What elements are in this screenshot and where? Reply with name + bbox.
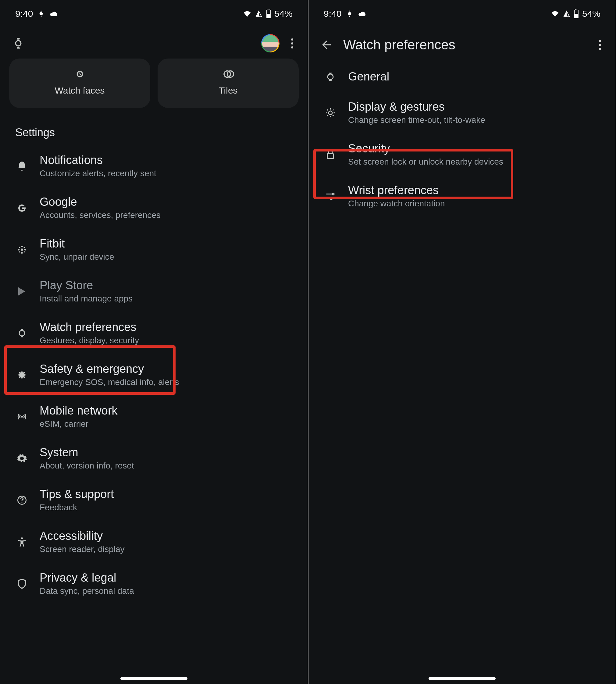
help-icon [17, 495, 27, 506]
wifi-icon [243, 9, 252, 18]
nav-handle[interactable] [120, 677, 188, 680]
cloud-icon [358, 9, 367, 18]
antenna-icon [17, 411, 27, 422]
overflow-menu-icon[interactable] [596, 38, 603, 52]
watch-icon [17, 328, 27, 339]
item-title: Tips & support [40, 488, 114, 501]
signal-icon [563, 10, 571, 18]
item-privacy[interactable]: Privacy & legalData sync, personal data [0, 563, 308, 604]
nav-handle[interactable] [428, 677, 496, 680]
google-icon [17, 202, 27, 213]
svg-point-15 [22, 502, 23, 503]
item-sub: Emergency SOS, medical info, alerts [40, 377, 179, 387]
shield-icon [17, 578, 27, 589]
tiles-icon [222, 68, 235, 81]
svg-point-19 [329, 111, 332, 115]
settings-list: NotificationsCustomize alerts, recently … [0, 145, 308, 604]
item-sub: Customize alerts, recently sent [40, 169, 156, 178]
item-title: Mobile network [40, 404, 118, 417]
item-sub: eSIM, carrier [40, 419, 118, 429]
clock: 9:40 [324, 8, 342, 19]
item-title: Display & gestures [348, 100, 485, 113]
item-title: System [40, 446, 134, 459]
phone-right: 9:40 54% Watch preferences General Displ… [308, 0, 616, 684]
battery-percent: 54% [582, 8, 600, 19]
item-title: Wrist preferences [348, 184, 445, 197]
svg-point-22 [330, 198, 332, 199]
svg-rect-0 [267, 14, 271, 18]
item-sub: Screen reader, display [40, 545, 125, 554]
bell-icon [17, 161, 27, 172]
app-header [0, 25, 308, 59]
item-title: Play Store [40, 279, 133, 292]
lock-icon [325, 149, 336, 160]
signal-icon [255, 10, 263, 18]
watch-app-icon [12, 37, 25, 50]
phone-left: 9:40 54% Watch faces Tiles Settings [0, 0, 308, 684]
svg-point-3 [21, 248, 23, 251]
svg-rect-17 [575, 14, 578, 18]
page-header: Watch preferences [308, 25, 616, 62]
item-play-store[interactable]: Play StoreInstall and manage apps [0, 270, 308, 312]
item-sub: Set screen lock or unlock nearby devices [348, 157, 503, 167]
overflow-menu-icon[interactable] [289, 36, 296, 51]
item-tips[interactable]: Tips & supportFeedback [0, 479, 308, 521]
item-accessibility[interactable]: AccessibilityScreen reader, display [0, 521, 308, 563]
prefs-list: General Display & gesturesChange screen … [308, 62, 616, 217]
svg-point-21 [332, 193, 334, 195]
svg-point-6 [18, 249, 20, 250]
item-sub: Feedback [40, 503, 114, 512]
battery-icon [266, 9, 271, 18]
item-general[interactable]: General [308, 62, 616, 92]
item-title: Accessibility [40, 529, 125, 543]
watch-face-icon [73, 68, 86, 81]
item-sub: Accounts, services, preferences [40, 210, 161, 220]
accessibility-icon [17, 536, 27, 548]
arrow-left-icon [320, 38, 333, 51]
avatar[interactable] [261, 34, 280, 52]
item-mobile-network[interactable]: Mobile networkeSIM, carrier [0, 396, 308, 437]
svg-point-4 [21, 245, 23, 247]
item-fitbit[interactable]: FitbitSync, unpair device [0, 228, 308, 270]
item-safety[interactable]: Safety & emergencyEmergency SOS, medical… [0, 354, 308, 396]
brightness-icon [325, 107, 336, 118]
item-sub: Install and manage apps [40, 294, 133, 304]
item-wrist-preferences[interactable]: Wrist preferencesChange watch orientatio… [308, 175, 616, 217]
svg-rect-20 [327, 154, 334, 159]
svg-point-13 [21, 416, 23, 418]
clock: 9:40 [15, 8, 33, 19]
svg-point-5 [21, 252, 23, 253]
item-sub: Change screen time-out, tilt-to-wake [348, 115, 485, 125]
item-title: General [348, 70, 389, 83]
item-notifications[interactable]: NotificationsCustomize alerts, recently … [0, 145, 308, 187]
battery-icon [574, 9, 579, 18]
gear-icon [17, 453, 27, 464]
item-title: Privacy & legal [40, 571, 134, 584]
svg-point-8 [19, 247, 20, 248]
item-title: Notifications [40, 154, 156, 167]
item-system[interactable]: SystemAbout, version info, reset [0, 437, 308, 479]
section-title: Settings [0, 117, 308, 145]
emergency-icon [17, 370, 27, 380]
status-bar: 9:40 54% [308, 0, 616, 25]
tab-watch-faces[interactable]: Watch faces [9, 59, 150, 108]
svg-point-18 [328, 74, 333, 80]
item-security[interactable]: SecuritySet screen lock or unlock nearby… [308, 133, 616, 175]
svg-point-11 [24, 251, 25, 252]
watch-status-icon [346, 10, 354, 18]
tune-icon [325, 191, 336, 202]
tab-label: Tiles [219, 85, 238, 96]
item-watch-preferences[interactable]: Watch preferencesGestures, display, secu… [0, 312, 308, 354]
svg-point-9 [24, 247, 25, 248]
item-display-gestures[interactable]: Display & gesturesChange screen time-out… [308, 92, 616, 133]
item-title: Watch preferences [40, 321, 139, 334]
page-title: Watch preferences [343, 37, 587, 52]
cloud-icon [49, 9, 59, 18]
svg-point-10 [19, 251, 20, 252]
wifi-icon [550, 9, 559, 18]
watch-icon [325, 71, 336, 82]
item-google[interactable]: GoogleAccounts, services, preferences [0, 187, 308, 228]
tab-tiles[interactable]: Tiles [158, 59, 299, 108]
tab-label: Watch faces [55, 85, 105, 96]
back-button[interactable] [319, 38, 334, 51]
